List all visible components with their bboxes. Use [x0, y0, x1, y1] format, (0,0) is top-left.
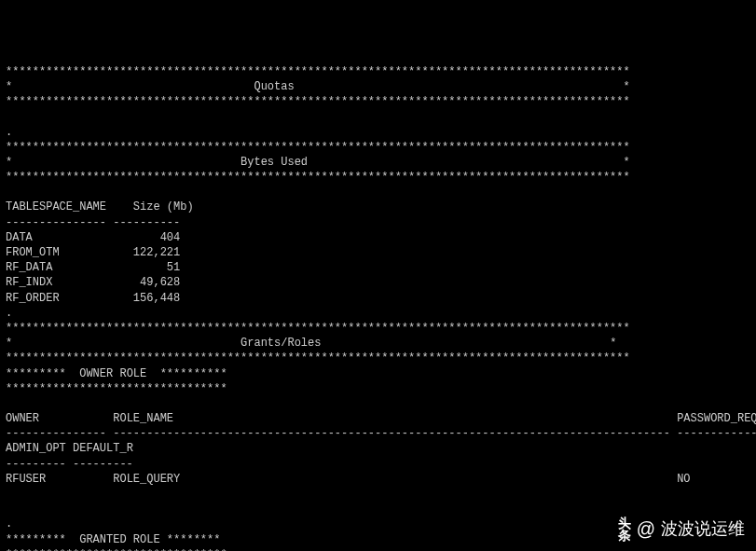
- hr: --------- ---------: [6, 458, 133, 471]
- section-border: *: [6, 80, 12, 93]
- cell: RF_ORDER: [6, 292, 60, 305]
- section-border: ********: [167, 533, 221, 546]
- cell: RF_DATA: [6, 261, 52, 274]
- section-border: *: [624, 156, 630, 169]
- col-header: DEFAULT_R: [73, 442, 133, 455]
- section-border: ****************************************…: [6, 322, 630, 335]
- col-header: OWNER: [6, 412, 39, 425]
- watermark-logo: 头 条: [618, 517, 631, 541]
- cell: 49,628: [140, 276, 180, 289]
- section-border: *********************************: [6, 382, 227, 395]
- col-header: Size (Mb): [133, 200, 194, 214]
- col-header: TABLESPACE_NAME: [6, 200, 106, 214]
- granted-role-label: GRANTED ROLE: [79, 533, 159, 546]
- section-border: ****************************************…: [6, 171, 630, 184]
- section-border: ****************************************…: [6, 351, 630, 365]
- owner-role-label: OWNER ROLE: [79, 367, 146, 380]
- col-header: ADMIN_OPT: [6, 442, 66, 455]
- section-border: **********: [160, 367, 227, 380]
- cell: DATA: [6, 231, 33, 244]
- cell: 404: [160, 231, 181, 244]
- cell: RF_INDX: [6, 276, 52, 289]
- quotas-title: Quotas: [254, 80, 294, 93]
- section-border: *: [6, 156, 12, 169]
- section-border: *********: [6, 533, 66, 546]
- section-border: *: [6, 337, 12, 350]
- cell: ROLE_QUERY: [113, 473, 180, 486]
- watermark-logo-bottom: 条: [618, 530, 631, 542]
- cell: FROM_OTM: [6, 246, 60, 259]
- section-border: *: [624, 80, 630, 93]
- watermark-at: @: [637, 517, 655, 542]
- bytes-used-title: Bytes Used: [241, 156, 308, 169]
- cell: RFUSER: [6, 473, 46, 486]
- cell: 122,221: [133, 246, 180, 259]
- hr: --------------- ----------: [6, 216, 180, 229]
- hr: --------------- ------------------------…: [6, 427, 756, 440]
- cell: 156,448: [133, 292, 180, 305]
- section-border: ****************************************…: [6, 141, 630, 154]
- section-border: *********: [6, 367, 66, 380]
- section-border: ****************************************…: [6, 95, 630, 108]
- cell: 51: [167, 261, 180, 274]
- section-border: ****************************************…: [6, 65, 630, 78]
- col-header: ROLE_NAME: [113, 412, 173, 425]
- col-header: PASSWORD_REQUIRED: [677, 412, 756, 425]
- watermark: 头 条 @ 波波说运维: [618, 517, 745, 542]
- watermark-name: 波波说运维: [661, 517, 745, 540]
- section-border: *: [610, 337, 616, 350]
- grants-roles-title: Grants/Roles: [241, 337, 321, 350]
- cell: NO: [677, 473, 690, 486]
